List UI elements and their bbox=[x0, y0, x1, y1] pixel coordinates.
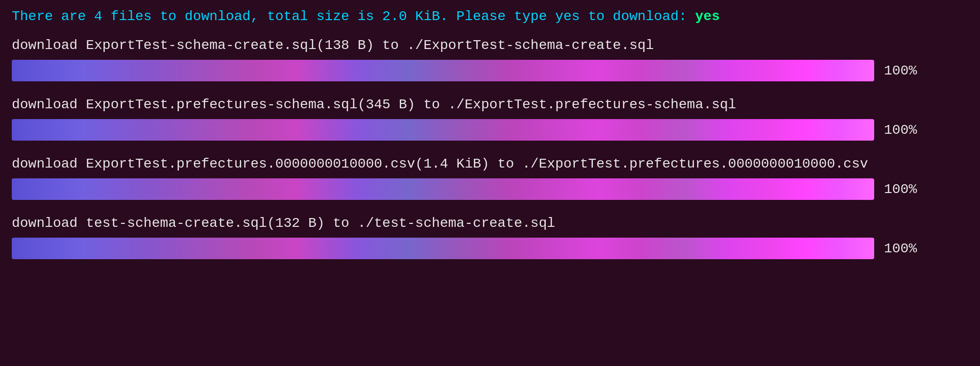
progress-row-2: 100% bbox=[12, 178, 968, 200]
progress-bar-container-3 bbox=[12, 238, 874, 259]
download-label-2: download ExportTest.prefectures.00000000… bbox=[12, 156, 968, 171]
progress-row-0: 100% bbox=[12, 60, 968, 81]
download-label-0: download ExportTest-schema-create.sql(13… bbox=[12, 38, 968, 53]
progress-bar-container-2 bbox=[12, 178, 874, 200]
progress-bar-container-1 bbox=[12, 119, 874, 141]
progress-bar-2 bbox=[12, 178, 874, 200]
status-line: There are 4 files to download, total siz… bbox=[12, 9, 968, 24]
typed-input: yes bbox=[695, 9, 720, 24]
terminal-output: There are 4 files to download, total siz… bbox=[12, 9, 968, 259]
download-label-1: download ExportTest.prefectures-schema.s… bbox=[12, 97, 968, 112]
progress-row-1: 100% bbox=[12, 119, 968, 141]
download-block-3: download test-schema-create.sql(132 B) t… bbox=[12, 216, 968, 259]
download-block-0: download ExportTest-schema-create.sql(13… bbox=[12, 38, 968, 81]
download-label-3: download test-schema-create.sql(132 B) t… bbox=[12, 216, 968, 231]
progress-row-3: 100% bbox=[12, 238, 968, 259]
progress-bar-0 bbox=[12, 60, 874, 81]
progress-percent-1: 100% bbox=[884, 122, 923, 138]
status-text: There are 4 files to download, total siz… bbox=[12, 9, 695, 24]
progress-percent-0: 100% bbox=[884, 63, 923, 78]
progress-percent-2: 100% bbox=[884, 182, 923, 197]
progress-percent-3: 100% bbox=[884, 241, 923, 256]
progress-bar-1 bbox=[12, 119, 874, 141]
progress-bar-3 bbox=[12, 238, 874, 259]
download-block-1: download ExportTest.prefectures-schema.s… bbox=[12, 97, 968, 141]
download-block-2: download ExportTest.prefectures.00000000… bbox=[12, 156, 968, 200]
progress-bar-container-0 bbox=[12, 60, 874, 81]
